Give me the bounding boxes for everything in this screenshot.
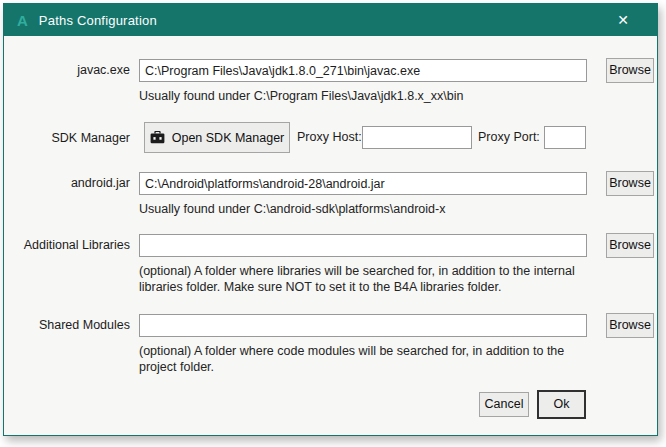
javac-label: javac.exe [4,59,130,81]
additional-libraries-hint: (optional) A folder where libraries will… [139,263,594,295]
shared-modules-hint: (optional) A folder where code modules w… [139,343,594,375]
close-button[interactable]: ✕ [605,4,641,36]
ok-button[interactable]: Ok [537,390,586,419]
toolbox-icon [150,131,165,144]
additional-libraries-input[interactable] [139,234,587,257]
javac-hint: Usually found under C:\Program Files\Jav… [139,88,594,104]
open-sdk-manager-button[interactable]: Open SDK Manager [144,122,290,153]
sdk-manager-label: SDK Manager [4,127,130,149]
window-title: Paths Configuration [39,13,157,28]
shared-modules-browse-button[interactable]: Browse [606,313,654,338]
close-icon: ✕ [617,12,629,28]
javac-path-input[interactable] [139,59,587,82]
app-logo: A [17,12,28,29]
titlebar: A Paths Configuration ✕ [4,4,657,36]
shared-modules-label: Shared Modules [4,314,130,336]
android-jar-browse-button[interactable]: Browse [606,171,654,196]
open-sdk-manager-label: Open SDK Manager [172,131,285,145]
cancel-button[interactable]: Cancel [479,392,529,417]
proxy-port-input[interactable] [544,126,586,149]
additional-libraries-label: Additional Libraries [4,234,130,256]
proxy-host-label: Proxy Host: [297,126,362,149]
javac-browse-button[interactable]: Browse [606,58,654,83]
shared-modules-input[interactable] [139,314,587,337]
android-jar-path-input[interactable] [139,172,587,195]
additional-libraries-browse-button[interactable]: Browse [606,233,654,258]
paths-configuration-dialog: A Paths Configuration ✕ javac.exe Browse… [3,3,658,436]
proxy-port-label: Proxy Port: [478,126,540,149]
proxy-host-input[interactable] [362,126,472,149]
android-jar-label: android.jar [4,172,130,194]
android-jar-hint: Usually found under C:\android-sdk\platf… [139,201,594,217]
